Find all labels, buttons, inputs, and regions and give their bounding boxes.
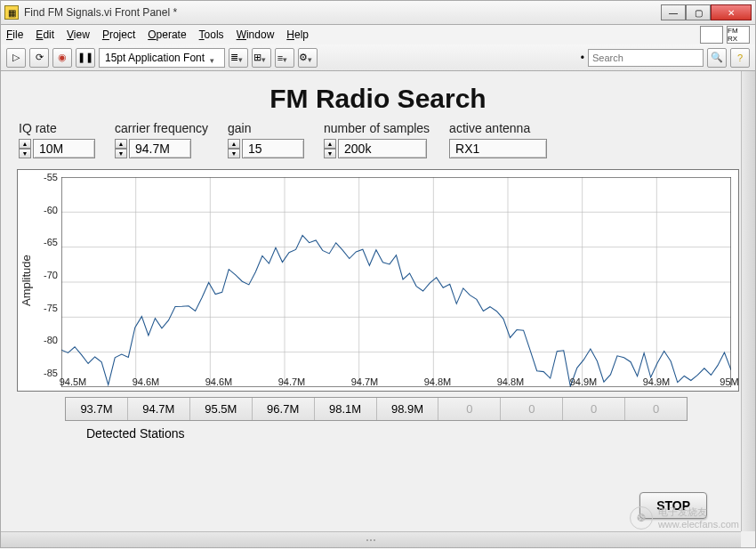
- search-prefix-icon: •: [581, 52, 584, 64]
- gain-control: gain ▲▼ 15: [228, 121, 304, 158]
- search-button[interactable]: 🔍: [707, 48, 727, 68]
- antenna-label: active antenna: [449, 121, 547, 135]
- nsamples-field[interactable]: 200k: [338, 139, 427, 158]
- abort-button[interactable]: ◉: [52, 48, 72, 68]
- chevron-down-icon: [261, 53, 270, 62]
- chevron-down-icon: [238, 53, 247, 62]
- menu-edit[interactable]: Edit: [36, 28, 54, 41]
- front-panel: FM Radio Search IQ rate ▲▼ 10M carrier f…: [0, 71, 756, 548]
- station-cell[interactable]: 96.7M: [253, 398, 315, 420]
- toolbar: ▷ ⟳ ◉ ❚❚ 15pt Application Font ≣ ⊞ ≡ ⚙ •…: [0, 44, 756, 71]
- spectrum-graph[interactable]: Amplitude -55-60-65-70-75-80-85 94.5M94.…: [17, 169, 739, 392]
- menu-operate[interactable]: Operate: [148, 28, 186, 41]
- menu-help[interactable]: Help: [286, 28, 309, 41]
- plot-area: [61, 177, 731, 387]
- align-button[interactable]: ≣: [229, 48, 248, 68]
- antenna-field[interactable]: RX1: [449, 139, 547, 158]
- page-title: FM Radio Search: [15, 84, 741, 114]
- x-axis-ticks: 94.5M94.6M94.6M94.7M94.7M94.8M94.8M94.9M…: [73, 371, 729, 387]
- iq-rate-label: IQ rate: [19, 121, 95, 135]
- help-button[interactable]: ?: [730, 48, 750, 68]
- menu-file[interactable]: File: [6, 28, 23, 41]
- window-titlebar: ▦ Find FM Signals.vi Front Panel * — ▢ ✕: [0, 0, 756, 25]
- antenna-control: active antenna RX1: [449, 121, 547, 158]
- resize-button[interactable]: ≡: [275, 48, 294, 68]
- chevron-down-icon: [210, 53, 219, 62]
- search-group: • 🔍 ?: [581, 48, 750, 68]
- y-axis-label: Amplitude: [18, 170, 35, 391]
- distribute-button[interactable]: ⊞: [252, 48, 271, 68]
- menu-project[interactable]: Project: [102, 28, 135, 41]
- station-cell[interactable]: 0: [438, 398, 501, 420]
- pause-button[interactable]: ❚❚: [76, 48, 95, 68]
- vi-icon-left[interactable]: [700, 26, 723, 44]
- gain-spinner[interactable]: ▲▼: [228, 139, 240, 158]
- controls-row: IQ rate ▲▼ 10M carrier frequency ▲▼ 94.7…: [15, 121, 741, 166]
- chevron-down-icon: [308, 53, 317, 62]
- detected-stations-array[interactable]: 93.7M94.7M95.5M96.7M98.1M98.9M0000: [65, 397, 688, 421]
- nsamples-label: number of samples: [324, 121, 430, 135]
- station-cell[interactable]: 0: [563, 398, 625, 420]
- carrier-control: carrier frequency ▲▼ 94.7M: [115, 121, 208, 158]
- maximize-button[interactable]: ▢: [686, 4, 711, 20]
- run-button[interactable]: ▷: [6, 48, 26, 68]
- iq-rate-field[interactable]: 10M: [33, 139, 95, 158]
- station-cell[interactable]: 98.9M: [377, 398, 439, 420]
- station-cell[interactable]: 93.7M: [66, 398, 128, 420]
- window-buttons: — ▢ ✕: [661, 4, 752, 20]
- menubar: File Edit View Project Operate Tools Win…: [0, 25, 756, 44]
- close-button[interactable]: ✕: [711, 4, 752, 20]
- gain-field[interactable]: 15: [242, 139, 304, 158]
- run-continuous-button[interactable]: ⟳: [29, 48, 49, 68]
- menu-view[interactable]: View: [67, 28, 90, 41]
- window-title: Find FM Signals.vi Front Panel *: [24, 6, 655, 19]
- search-input[interactable]: [588, 49, 704, 67]
- vertical-scrollbar[interactable]: [741, 71, 755, 531]
- watermark-url: www.elecfans.com: [658, 519, 739, 530]
- horizontal-scrollbar[interactable]: ⋯: [1, 531, 741, 547]
- chevron-down-icon: [283, 53, 292, 62]
- detected-stations-label: Detected Stations: [86, 426, 741, 441]
- menu-window[interactable]: Window: [237, 28, 275, 41]
- menu-tools[interactable]: Tools: [199, 28, 224, 41]
- nsamples-spinner[interactable]: ▲▼: [324, 139, 336, 158]
- nsamples-control: number of samples ▲▼ 200k: [324, 121, 430, 158]
- station-cell[interactable]: 94.7M: [128, 398, 190, 420]
- carrier-spinner[interactable]: ▲▼: [115, 139, 127, 158]
- stop-button[interactable]: STOP: [639, 492, 707, 519]
- carrier-label: carrier frequency: [115, 121, 208, 135]
- iq-rate-spinner[interactable]: ▲▼: [19, 139, 31, 158]
- carrier-field[interactable]: 94.7M: [129, 139, 191, 158]
- font-label: 15pt Application Font: [105, 52, 205, 64]
- iq-rate-control: IQ rate ▲▼ 10M: [19, 121, 95, 158]
- font-selector[interactable]: 15pt Application Font: [99, 48, 225, 68]
- y-axis-ticks: -55-60-65-70-75-80-85: [35, 170, 61, 391]
- app-icon: ▦: [4, 5, 19, 20]
- station-cell[interactable]: 0: [501, 398, 563, 420]
- vi-icon-right[interactable]: FM RX: [727, 26, 750, 44]
- gain-label: gain: [228, 121, 304, 135]
- reorder-button[interactable]: ⚙: [298, 48, 318, 68]
- station-cell[interactable]: 98.1M: [315, 398, 377, 420]
- minimize-button[interactable]: —: [661, 4, 686, 20]
- station-cell[interactable]: 95.5M: [190, 398, 253, 420]
- vi-icon-pair: FM RX: [700, 26, 750, 44]
- station-cell[interactable]: 0: [625, 398, 687, 420]
